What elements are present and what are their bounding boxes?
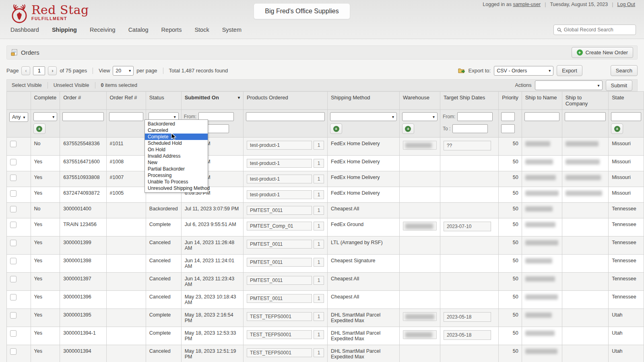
row-checkbox[interactable]	[10, 330, 17, 337]
warehouse-filter-select[interactable]: ▾	[402, 112, 438, 121]
prev-page-button[interactable]: ‹	[21, 66, 30, 75]
nav-item-catalog[interactable]: Catalog	[128, 27, 149, 33]
col-order-ref[interactable]: Order Ref #	[106, 92, 146, 110]
priority-to-filter-input[interactable]	[501, 124, 515, 133]
cell-order-ref: #1005	[106, 187, 146, 203]
products-ordered-filter-input[interactable]	[246, 112, 325, 121]
row-checkbox[interactable]	[10, 141, 17, 147]
redacted-text	[525, 276, 555, 282]
table-row: No6375525548336#10114:50:17 PMtest-produ…	[7, 138, 644, 156]
row-checkbox[interactable]	[10, 312, 17, 319]
status-option[interactable]: Backordered	[145, 121, 208, 127]
complete-filter-add-button[interactable]: +	[33, 123, 45, 134]
ship-to-name-filter-input[interactable]	[524, 112, 559, 121]
row-checkbox[interactable]	[10, 190, 17, 197]
col-complete[interactable]: Complete	[31, 92, 60, 110]
username-link[interactable]: sample-user	[513, 2, 541, 7]
col-ship-to-company[interactable]: Ship to Company	[562, 92, 608, 110]
row-checkbox[interactable]	[10, 294, 17, 300]
unselect-visible-link[interactable]: Unselect Visible	[54, 82, 89, 88]
actions-select[interactable]: ▾	[535, 80, 603, 90]
cell-state: Missouri	[609, 187, 644, 203]
cell-target-ship-dates: ??	[440, 138, 498, 156]
col-state[interactable]: State	[609, 92, 644, 110]
row-checkbox[interactable]	[10, 159, 17, 165]
col-status[interactable]: Status	[146, 92, 181, 110]
row-checkbox[interactable]	[10, 206, 17, 212]
logout-link[interactable]: Log Out	[617, 2, 635, 7]
target-date-to-filter-input[interactable]	[452, 124, 488, 133]
row-checkbox[interactable]	[10, 175, 17, 181]
redacted-text	[525, 175, 556, 180]
create-new-order-button[interactable]: + Create New Order	[572, 47, 633, 58]
col-warehouse[interactable]: Warehouse	[399, 92, 440, 110]
global-search-input[interactable]	[564, 27, 632, 33]
status-option[interactable]: On Hold	[145, 146, 208, 153]
ship-to-company-filter-input[interactable]	[565, 112, 606, 121]
col-priority[interactable]: Priority	[499, 92, 522, 110]
status-option[interactable]: Unable To Process	[145, 179, 208, 185]
per-page-select[interactable]: 20▾	[113, 66, 134, 76]
per-page-label: per page	[136, 68, 157, 74]
cell-select	[7, 255, 31, 273]
order-number-filter-input[interactable]	[62, 112, 103, 121]
nav-item-dashboard[interactable]: Dashboard	[10, 27, 39, 33]
col-ship-to-name[interactable]: Ship to Name	[522, 92, 562, 110]
priority-from-filter-input[interactable]	[501, 112, 515, 121]
select-visible-link[interactable]: Select Visible	[12, 82, 42, 88]
export-format-select[interactable]: CSV - Orders▾	[494, 66, 553, 76]
cell-select	[7, 345, 31, 362]
col-shipping-method[interactable]: Shipping Method	[328, 92, 400, 110]
search-button[interactable]: Search	[611, 65, 638, 76]
cell-priority: 50	[499, 309, 522, 327]
row-checkbox[interactable]	[10, 258, 17, 264]
cell-ship-to-name	[522, 138, 562, 156]
status-option[interactable]: Invalid Address	[145, 153, 208, 159]
warehouse-filter-add-button[interactable]: +	[402, 123, 414, 134]
col-target-ship-dates[interactable]: Target Ship Dates	[440, 92, 498, 110]
state-filter-add-button[interactable]: +	[611, 123, 623, 134]
cell-shipping-method: FedEx Home Delivery	[328, 187, 400, 203]
cell-shipping-method: DHL SmartMail Parcel Expedited Max	[328, 327, 400, 345]
status-option[interactable]: Partial Backorder	[145, 166, 208, 172]
page-title: Orders	[21, 49, 39, 56]
status-option[interactable]: Scheduled Hold	[145, 140, 208, 146]
status-option[interactable]: Unresolved Shipping Method	[145, 185, 208, 191]
product-qty: 1	[314, 190, 324, 199]
nav-item-receiving[interactable]: Receiving	[90, 27, 116, 33]
nav-item-system[interactable]: System	[222, 27, 242, 33]
complete-filter-select[interactable]: ▾	[33, 112, 58, 121]
nav-item-shipping[interactable]: Shipping	[52, 27, 77, 33]
cell-target-ship-dates	[440, 203, 498, 218]
col-products-ordered[interactable]: Products Ordered	[244, 92, 328, 110]
row-checkbox[interactable]	[10, 222, 17, 228]
status-option[interactable]: Processing	[145, 172, 208, 179]
table-row: Yes3000001396CanceledMay 23, 2023 10:18:…	[7, 291, 644, 309]
plus-icon: +	[577, 49, 583, 56]
select-mode-filter[interactable]: Any▾	[9, 112, 28, 122]
order-ref-filter-input[interactable]	[109, 112, 143, 121]
row-checkbox[interactable]	[10, 348, 17, 355]
cell-order-ref	[106, 237, 146, 255]
shipping-method-filter-add-button[interactable]: +	[330, 123, 342, 134]
col-submitted-on[interactable]: Submitted On ▾	[181, 92, 243, 110]
nav-item-reports[interactable]: Reports	[161, 27, 182, 33]
target-date-from-filter-input[interactable]	[457, 112, 493, 121]
nav-item-stock[interactable]: Stock	[194, 27, 209, 33]
row-checkbox[interactable]	[10, 240, 17, 246]
status-option[interactable]: New	[145, 159, 208, 166]
state-filter-input[interactable]	[611, 112, 641, 121]
page-number-input[interactable]	[33, 66, 45, 75]
submit-button[interactable]: Submit	[606, 80, 632, 91]
next-page-button[interactable]: ›	[48, 66, 57, 75]
export-button[interactable]: Export	[557, 65, 582, 76]
cell-warehouse	[399, 218, 440, 237]
cell-shipping-method: DHL SmartMail Parcel Expedited Max	[328, 309, 400, 327]
cell-ship-to-company	[562, 138, 608, 156]
redacted-text	[405, 332, 432, 337]
cell-order-number: 3000001396	[60, 291, 106, 309]
shipping-method-filter-select[interactable]: ▾	[330, 112, 397, 121]
row-checkbox[interactable]	[10, 276, 17, 282]
col-order-number[interactable]: Order #	[60, 92, 106, 110]
global-search[interactable]	[553, 25, 636, 35]
